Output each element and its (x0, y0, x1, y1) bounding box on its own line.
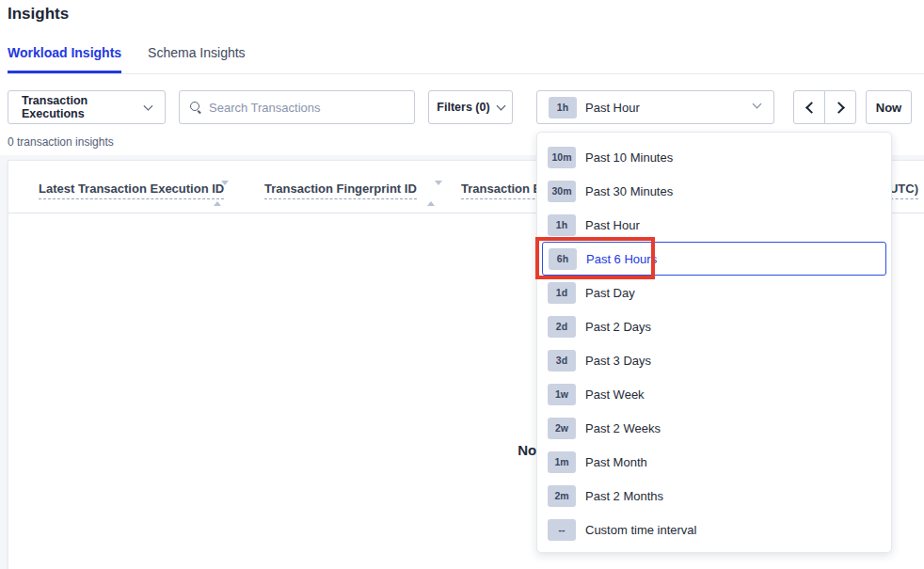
time-option-past-day[interactable]: 1d Past Day (542, 276, 886, 309)
time-interval-badge: 1h (549, 97, 577, 119)
time-option-label: Past 6 Hours (586, 252, 657, 266)
time-option-past-3-days[interactable]: 3d Past 3 Days (542, 343, 886, 377)
filters-button[interactable]: Filters (0) (428, 90, 513, 124)
time-option-badge: 1d (548, 282, 576, 304)
next-interval-button[interactable] (824, 90, 856, 124)
time-option-custom-interval[interactable]: -- Custom time interval (542, 513, 886, 546)
time-option-label: Past 2 Weeks (585, 421, 661, 435)
time-pager (793, 90, 857, 124)
insight-type-select[interactable]: Transaction Executions (8, 90, 166, 124)
time-option-past-month[interactable]: 1m Past Month (542, 445, 886, 479)
time-interval-dropdown: 10m Past 10 Minutes 30m Past 30 Minutes … (536, 132, 892, 553)
now-button[interactable]: Now (866, 90, 912, 124)
insight-type-label: Transaction Executions (22, 94, 145, 120)
column-header-transaction-fingerprint-id[interactable]: Transaction Fingerprint ID (264, 182, 417, 199)
time-option-past-2-months[interactable]: 2m Past 2 Months (542, 479, 886, 513)
chevron-left-icon (805, 102, 818, 114)
time-option-badge: 10m (548, 147, 576, 168)
chevron-right-icon (833, 102, 845, 114)
time-interval-label: Past Hour (585, 101, 640, 115)
time-option-badge: 1m (548, 451, 576, 473)
time-option-badge: 1w (548, 384, 576, 405)
time-option-past-30-minutes[interactable]: 30m Past 30 Minutes (542, 174, 886, 208)
sort-icon[interactable] (214, 185, 221, 202)
search-icon (189, 101, 202, 114)
time-option-past-10-minutes[interactable]: 10m Past 10 Minutes (542, 140, 886, 174)
time-option-label: Past Hour (585, 218, 640, 232)
time-option-badge: 3d (548, 350, 576, 371)
time-option-label: Past 3 Days (585, 354, 651, 368)
column-header-latest-transaction-execution-id[interactable]: Latest Transaction Execution ID (39, 182, 224, 199)
time-option-past-hour[interactable]: 1h Past Hour (542, 208, 886, 242)
time-option-badge: 2d (548, 316, 576, 338)
chevron-down-icon (753, 100, 762, 109)
time-option-label: Past 10 Minutes (585, 150, 673, 165)
search-input[interactable] (209, 101, 405, 115)
time-option-label: Custom time interval (585, 523, 696, 537)
previous-interval-button[interactable] (793, 90, 825, 124)
time-option-badge: 30m (548, 181, 576, 202)
time-option-label: Past 30 Minutes (585, 184, 673, 198)
time-option-badge: -- (548, 519, 576, 541)
time-option-badge: 6h (549, 248, 577, 270)
tab-schema-insights[interactable]: Schema Insights (148, 45, 246, 73)
sort-icon[interactable] (427, 185, 435, 202)
page-title: Insights (8, 5, 69, 24)
time-interval-select[interactable]: 1h Past Hour (536, 90, 774, 124)
filters-label: Filters (0) (437, 101, 489, 114)
time-option-badge: 1h (548, 214, 576, 236)
time-option-past-2-days[interactable]: 2d Past 2 Days (542, 309, 886, 343)
tabs-divider (8, 73, 924, 74)
now-label: Now (876, 101, 901, 115)
time-option-label: Past 2 Days (585, 320, 651, 334)
chevron-down-icon (496, 101, 505, 110)
time-option-label: Past Week (585, 387, 645, 402)
insights-count: 0 transaction insights (8, 135, 114, 149)
time-option-label: Past Day (585, 286, 635, 300)
search-box[interactable] (179, 90, 415, 124)
tab-workload-insights[interactable]: Workload Insights (8, 45, 121, 73)
time-option-label: Past 2 Months (585, 489, 663, 503)
time-option-badge: 2w (548, 418, 576, 439)
time-option-past-week[interactable]: 1w Past Week (542, 377, 886, 411)
time-option-past-6-hours[interactable]: 6h Past 6 Hours (542, 242, 886, 276)
tab-bar: Workload Insights Schema Insights (8, 45, 246, 73)
time-option-label: Past Month (585, 455, 647, 469)
time-option-badge: 2m (548, 485, 576, 507)
time-option-past-2-weeks[interactable]: 2w Past 2 Weeks (542, 411, 886, 445)
